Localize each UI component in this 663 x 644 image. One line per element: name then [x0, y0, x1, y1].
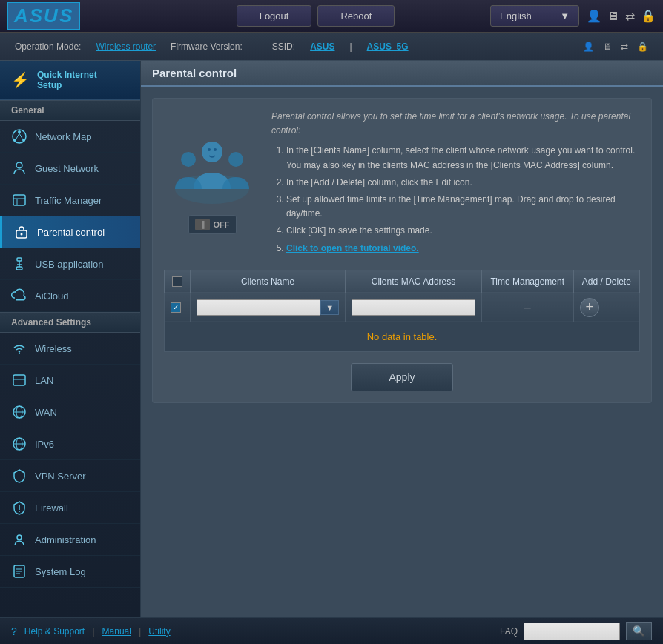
- router-icon: 🖥: [607, 10, 619, 23]
- sidebar-item-firewall[interactable]: Firewall: [0, 492, 140, 524]
- apply-area: Apply: [164, 363, 640, 391]
- client-dropdown-button[interactable]: ▼: [320, 300, 339, 315]
- parental-illustration: [168, 133, 257, 208]
- ssid-value2: ASUS_5G: [367, 42, 409, 52]
- usb-icon: ⇄: [625, 9, 635, 23]
- row-checkbox[interactable]: ✓: [171, 302, 181, 313]
- administration-label: Administration: [35, 534, 96, 545]
- quick-internet-setup[interactable]: ⚡ Quick Internet Setup: [0, 61, 140, 100]
- guest-network-label: Guest Network: [35, 163, 99, 174]
- svg-point-24: [17, 535, 22, 540]
- aicloud-label: AiCloud: [35, 291, 69, 302]
- client-name-input[interactable]: [197, 299, 320, 316]
- traffic-manager-label: Traffic Manager: [35, 195, 102, 206]
- row-checkbox-cell: ✓: [165, 293, 191, 322]
- sidebar-item-parental-control[interactable]: Parental control: [0, 216, 140, 248]
- svg-point-2: [13, 139, 16, 142]
- lan-icon: [11, 372, 27, 388]
- firmware-label: Firmware Version:: [171, 42, 243, 52]
- sidebar-item-traffic-manager[interactable]: Traffic Manager: [0, 185, 140, 216]
- parental-control-label: Parental control: [37, 227, 105, 238]
- help-support-text[interactable]: Help & Support: [24, 626, 85, 637]
- clients-table: Clients Name Clients MAC Address Time Ma…: [164, 270, 640, 352]
- firewall-label: Firewall: [35, 502, 68, 514]
- table-row: ✓ ▼ –: [165, 293, 640, 322]
- client-name-input-wrapper: ▼: [197, 299, 339, 316]
- svg-point-31: [181, 152, 196, 167]
- step-2: In the [Add / Delete] column, click the …: [286, 176, 640, 190]
- usb-application-icon: [11, 256, 27, 272]
- vpn-server-icon: [11, 468, 27, 484]
- header-mac-address: Clients MAC Address: [346, 270, 482, 293]
- ipv6-label: IPv6: [35, 439, 54, 450]
- sidebar-item-system-log[interactable]: System Log: [0, 556, 140, 588]
- sidebar-item-vpn-server[interactable]: VPN Server: [0, 460, 140, 492]
- logout-button[interactable]: Logout: [237, 5, 312, 27]
- lock-icon: 🔒: [641, 9, 656, 23]
- separator: |: [92, 625, 94, 637]
- advanced-settings-header: Advanced Settings: [0, 312, 140, 333]
- header-add-delete: Add / Delete: [573, 270, 639, 293]
- table-container: Clients Name Clients MAC Address Time Ma…: [164, 270, 640, 352]
- status-person-icon: 👤: [583, 42, 594, 52]
- guest-network-icon: [11, 160, 27, 176]
- header-time-management: Time Management: [481, 270, 573, 293]
- toggle-knob: ▐: [195, 219, 210, 230]
- faq-search-button[interactable]: 🔍: [626, 622, 652, 640]
- reboot-button[interactable]: Reboot: [317, 5, 395, 27]
- parental-toggle[interactable]: ▐ OFF: [188, 215, 237, 234]
- asus-logo: ASUS: [7, 2, 80, 30]
- manual-link[interactable]: Manual: [102, 626, 131, 637]
- svg-rect-7: [13, 195, 25, 205]
- system-log-icon: [11, 563, 27, 580]
- sidebar-item-ipv6[interactable]: IPv6: [0, 428, 140, 460]
- svg-point-3: [22, 139, 25, 142]
- wan-icon: [11, 404, 27, 420]
- faq-area: FAQ 🔍: [500, 622, 652, 640]
- svg-point-30: [202, 142, 222, 162]
- sidebar-item-wireless[interactable]: Wireless: [0, 333, 140, 365]
- svg-rect-13: [16, 267, 22, 270]
- network-map-label: Network Map: [35, 131, 92, 142]
- chevron-down-icon: ▼: [560, 10, 570, 21]
- sidebar: ⚡ Quick Internet Setup General Network M…: [0, 61, 141, 617]
- select-all-checkbox[interactable]: [172, 276, 182, 287]
- steps-list: In the [Clients Name] column, select the…: [271, 144, 640, 255]
- sidebar-item-lan[interactable]: LAN: [0, 365, 140, 396]
- separator2: |: [139, 625, 141, 637]
- operation-mode-label: Operation Mode:: [15, 42, 81, 52]
- mac-address-input[interactable]: [352, 299, 475, 316]
- operation-mode-value[interactable]: Wireless router: [96, 42, 156, 52]
- person-icon: 👤: [587, 9, 601, 23]
- status-lock-icon: 🔒: [637, 42, 648, 52]
- ipv6-icon: [11, 436, 27, 452]
- description-area: ▐ OFF Parental control allows you to set…: [164, 110, 640, 259]
- sidebar-item-usb-application[interactable]: USB application: [0, 248, 140, 280]
- status-bar: Operation Mode: Wireless router Firmware…: [0, 33, 663, 61]
- apply-button[interactable]: Apply: [351, 363, 452, 391]
- language-selector[interactable]: English ▼: [490, 5, 579, 27]
- svg-point-34: [214, 148, 217, 151]
- sidebar-item-wan[interactable]: WAN: [0, 396, 140, 428]
- add-button[interactable]: +: [580, 298, 599, 317]
- top-buttons: Logout Reboot: [141, 5, 490, 27]
- help-icon: ?: [11, 625, 17, 637]
- svg-point-11: [21, 233, 23, 236]
- sidebar-item-aicloud[interactable]: AiCloud: [0, 280, 140, 312]
- sidebar-item-guest-network[interactable]: Guest Network: [0, 153, 140, 185]
- table-header-row: Clients Name Clients MAC Address Time Ma…: [165, 270, 640, 293]
- add-delete-cell: +: [573, 293, 639, 322]
- sidebar-item-network-map[interactable]: Network Map: [0, 121, 140, 153]
- svg-rect-12: [17, 258, 22, 261]
- status-router-icon: 🖥: [603, 42, 612, 52]
- sidebar-item-administration[interactable]: Administration: [0, 524, 140, 556]
- svg-point-1: [18, 130, 21, 133]
- tutorial-video-link[interactable]: Click to open the tutorial video.: [286, 243, 419, 253]
- utility-link[interactable]: Utility: [148, 626, 170, 637]
- faq-search-input[interactable]: [524, 623, 620, 640]
- svg-point-14: [19, 353, 20, 354]
- parental-control-icon: [13, 224, 30, 240]
- page-title: Parental control: [141, 61, 663, 87]
- parental-image: ▐ OFF: [164, 110, 260, 259]
- client-name-cell: ▼: [191, 293, 346, 322]
